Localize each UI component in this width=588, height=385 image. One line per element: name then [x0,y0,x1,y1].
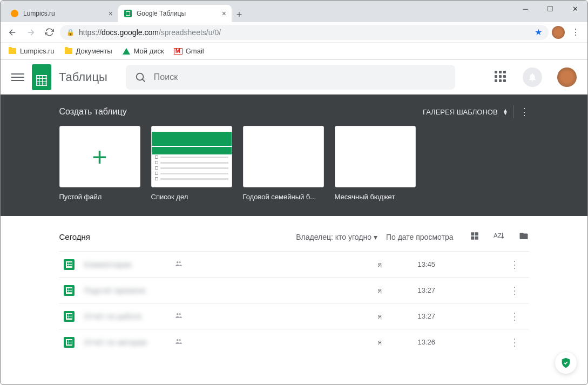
new-tab-button[interactable]: + [232,7,247,22]
lock-icon: 🔒 [66,29,75,36]
search-box[interactable] [126,65,455,90]
file-row[interactable]: Отчёт по авторамя13:26⋮ [59,329,529,355]
svg-point-6 [176,261,178,264]
file-owner: я [342,286,418,294]
drive-icon [122,47,131,56]
template-gallery: Создать таблицу ГАЛЕРЕЯ ШАБЛОНОВ ▲▼ ⋮ + … [1,94,587,216]
template-label: Годовой семейный б... [243,193,324,201]
sheets-file-icon [64,337,75,348]
owner-filter-dropdown[interactable]: Владелец: кто угодно ▾ [296,233,377,241]
adblock-shield-icon[interactable] [555,352,577,374]
forward-button[interactable] [23,25,38,40]
browser-tab-0[interactable]: Lumpics.ru × [5,5,118,22]
template-todo[interactable]: Список дел [151,126,232,201]
gallery-heading: Создать таблицу [59,107,127,117]
template-label: Пустой файл [59,193,140,201]
favicon-sheets [124,9,132,18]
main-menu-button[interactable] [11,71,24,84]
favicon-lumpics [10,9,19,18]
svg-text:AZ: AZ [494,232,502,239]
url-text: https://docs.google.com/spreadsheets/u/0… [79,28,221,37]
grid-view-button[interactable] [470,231,479,242]
bookmark-item-2[interactable]: Мой диск [122,47,164,56]
search-input[interactable] [154,72,447,82]
file-time: 13:45 [418,260,504,268]
svg-point-11 [179,339,180,341]
bookmark-item-1[interactable]: Документы [64,47,112,56]
file-owner: я [342,338,418,346]
file-row[interactable]: Подсчёт времения13:27⋮ [59,277,529,303]
file-name: Отчёт по работе [84,312,171,321]
template-annual-budget[interactable]: Годовой семейный б... [243,126,324,201]
file-name: Отчёт по авторам [84,338,171,347]
close-tab-icon[interactable]: × [109,9,113,18]
template-monthly-budget[interactable]: Месячный бюджет [335,126,416,201]
svg-point-7 [179,261,180,263]
svg-rect-4 [475,237,478,240]
file-row[interactable]: Отчёт по работея13:27⋮ [59,303,529,329]
bookmark-star-icon[interactable]: ★ [535,27,542,37]
back-button[interactable] [5,25,20,40]
template-thumbnail [243,126,324,187]
bookmarks-bar: Lumpics.ru Документы Мой диск Gmail [1,43,587,60]
file-more-icon[interactable]: ⋮ [504,310,525,322]
file-more-icon[interactable]: ⋮ [504,336,525,348]
gallery-more-icon[interactable]: ⋮ [519,106,529,118]
folder-icon [64,47,73,56]
bookmark-item-3[interactable]: Gmail [174,47,204,56]
shared-icon [174,312,184,321]
bookmark-label: Мой диск [134,47,164,55]
svg-point-8 [176,313,178,315]
browser-menu-icon[interactable]: ⋮ [568,27,583,37]
template-thumbnail [335,126,416,187]
url-box[interactable]: 🔒 https://docs.google.com/spreadsheets/u… [60,25,549,40]
minimize-button[interactable]: ─ [513,1,538,17]
tab-title: Lumpics.ru [23,10,55,17]
chevron-down-icon: ▾ [374,233,377,241]
file-more-icon[interactable]: ⋮ [504,285,525,296]
folder-icon [8,47,17,56]
account-avatar[interactable] [557,67,577,87]
gmail-icon [174,47,183,56]
file-name: Подсчёт времени [84,286,171,295]
browser-tab-1[interactable]: Google Таблицы × [118,5,232,22]
bookmark-label: Gmail [186,47,204,55]
notifications-button[interactable] [523,67,542,87]
window-controls: ─ ☐ ✕ [513,1,587,17]
svg-point-0 [137,73,144,80]
svg-rect-1 [471,232,474,235]
sort-az-button[interactable]: AZ [494,231,504,242]
file-owner: я [342,312,418,320]
address-bar: 🔒 https://docs.google.com/spreadsheets/u… [1,22,587,43]
apps-grid-button[interactable] [495,71,508,84]
sheets-file-icon [64,285,75,296]
svg-rect-2 [475,232,478,235]
file-name: Комментарии [84,260,171,269]
reload-button[interactable] [42,25,57,40]
close-window-button[interactable]: ✕ [563,1,587,17]
sheets-logo-icon [32,64,51,90]
file-time: 13:27 [418,286,504,294]
section-heading: Сегодня [59,232,91,241]
close-tab-icon[interactable]: × [222,9,226,18]
file-list-area: Сегодня Владелец: кто угодно ▾ По дате п… [59,216,529,355]
tab-title: Google Таблицы [137,10,186,17]
search-icon [134,71,146,83]
browser-titlebar: Lumpics.ru × Google Таблицы × + ─ ☐ ✕ [1,1,587,22]
sheets-file-icon [64,311,75,322]
app-header: Таблицы [1,60,587,94]
file-time: 13:27 [418,312,504,320]
open-folder-button[interactable] [518,231,529,242]
maximize-button[interactable]: ☐ [538,1,563,17]
file-row[interactable]: Комментариия13:45⋮ [59,251,529,277]
profile-avatar-small[interactable] [552,26,565,39]
gallery-toggle-label[interactable]: ГАЛЕРЕЯ ШАБЛОНОВ [423,108,498,116]
file-owner: я [342,260,418,268]
template-blank[interactable]: + Пустой файл [59,126,140,201]
sort-label: По дате просмотра [386,233,454,241]
unfold-icon[interactable]: ▲▼ [503,109,508,115]
bookmark-item-0[interactable]: Lumpics.ru [8,47,55,56]
file-more-icon[interactable]: ⋮ [504,259,525,271]
shared-icon [174,260,184,269]
bookmark-label: Lumpics.ru [20,47,55,55]
